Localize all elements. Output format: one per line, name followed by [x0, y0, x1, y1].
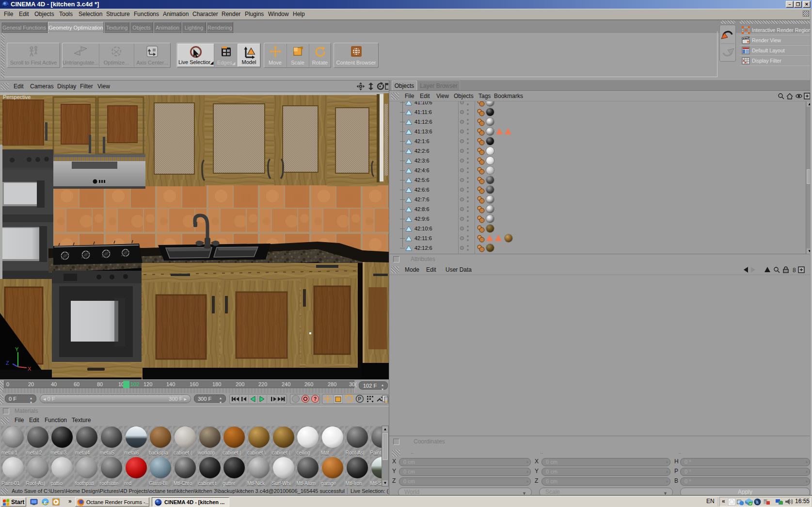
svg-text:?: ? — [314, 396, 317, 402]
svg-text:e: e — [44, 499, 47, 505]
svg-text:Y: Y — [15, 346, 19, 352]
svg-text:Z: Z — [6, 360, 9, 366]
svg-text:P: P — [358, 396, 362, 402]
svg-text:X: X — [28, 366, 32, 372]
svg-text:a: a — [756, 500, 759, 505]
svg-text:Perspective: Perspective — [3, 94, 31, 100]
svg-text:8: 8 — [793, 267, 796, 274]
